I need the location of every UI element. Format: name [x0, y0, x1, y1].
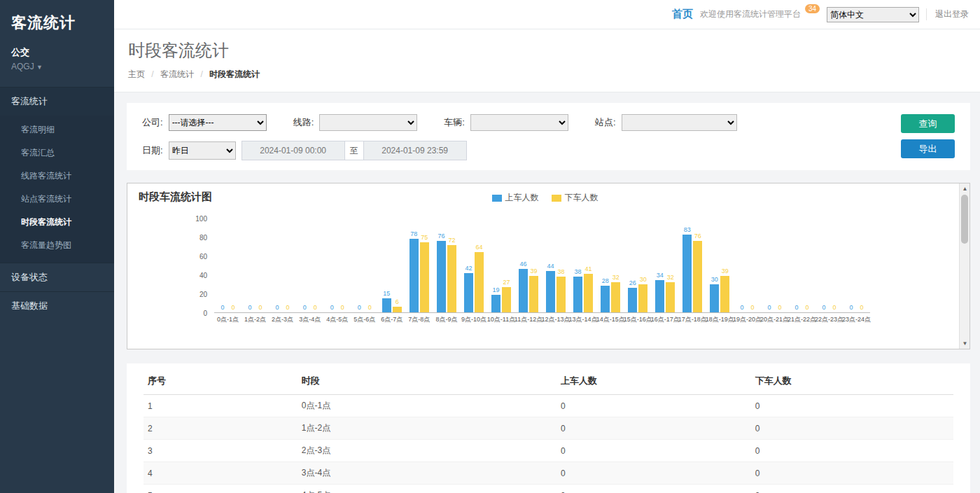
bar[interactable] [502, 287, 511, 312]
table-header-cell: 时段 [298, 368, 556, 395]
sidebar-item-period-stats[interactable]: 时段客流统计 [0, 211, 114, 234]
bar-group: 0019点-20点 [734, 218, 761, 312]
bar-group: 837617点-18点 [679, 218, 706, 312]
scroll-up-icon[interactable]: ▲ [960, 183, 970, 194]
bar-value-label: 0 [805, 304, 808, 312]
bar[interactable] [475, 252, 484, 312]
language-select[interactable]: 简体中文 [827, 7, 919, 22]
export-button[interactable]: 导出 [901, 139, 955, 158]
table-row: 32点-3点00 [144, 440, 953, 462]
bar[interactable] [382, 298, 391, 312]
bar[interactable] [519, 269, 528, 312]
category-label: 7点-8点 [408, 315, 430, 324]
legend-label: 上车人数 [505, 192, 539, 204]
bar-group: 283214点-15点 [597, 218, 624, 312]
category-label: 18点-19点 [706, 315, 734, 324]
sidebar-item-station-stats[interactable]: 站点客流统计 [0, 188, 114, 211]
bar[interactable] [556, 277, 566, 312]
bar-group: 005点-6点 [351, 218, 378, 312]
bar-value-label: 0 [276, 304, 279, 312]
bar-value-label: 0 [259, 304, 262, 312]
main-area: 首页 欢迎使用客流统计管理平台 34 简体中文 退出登录 时段客流统计 主页 /… [114, 0, 980, 493]
bar[interactable] [682, 235, 692, 312]
table-cell: 3点-4点 [298, 462, 556, 485]
bar-value-label: 0 [860, 304, 864, 312]
bar[interactable] [529, 276, 538, 312]
bar[interactable] [420, 242, 429, 313]
bar-group: 003点-4点 [296, 218, 323, 312]
company-select[interactable]: ---请选择--- [169, 114, 267, 131]
bar[interactable] [710, 284, 719, 312]
bar[interactable] [491, 295, 500, 312]
station-select[interactable] [622, 114, 737, 131]
legend-item[interactable]: 上车人数 [492, 192, 539, 204]
vehicle-filter: 车辆: [444, 114, 568, 131]
bar[interactable] [601, 286, 610, 312]
bar-value-label: 39 [722, 268, 729, 275]
org-block: 公交 AQGJ ▼ [0, 36, 114, 83]
chart-scrollbar[interactable]: ▲ ▼ [959, 183, 969, 349]
category-label: 5点-6点 [354, 315, 375, 324]
bar[interactable] [655, 280, 664, 312]
company-label: 公司: [142, 116, 163, 129]
category-label: 17点-18点 [678, 315, 707, 324]
logout-link[interactable]: 退出登录 [926, 8, 969, 20]
breadcrumb-home[interactable]: 主页 [128, 69, 145, 79]
table-cell: 0 [556, 395, 751, 417]
vehicle-select[interactable] [470, 114, 568, 131]
table-cell: 0点-1点 [298, 395, 556, 417]
bar-value-label: 39 [531, 268, 538, 275]
date-preset-select[interactable]: 昨日 [169, 141, 236, 160]
bar[interactable] [447, 245, 456, 312]
bar[interactable] [546, 271, 555, 312]
bar[interactable] [628, 288, 637, 312]
station-filter: 站点: [595, 114, 737, 131]
bar[interactable] [437, 241, 446, 312]
category-label: 4点-5点 [326, 315, 348, 324]
sidebar-item-passenger-detail[interactable]: 客流明细 [0, 118, 114, 141]
sidebar-submenu: 客流明细 客流汇总 线路客流统计 站点客流统计 时段客流统计 客流量趋势图 [0, 116, 114, 263]
sidebar-section-passenger-stats[interactable]: 客流统计 [0, 87, 114, 116]
home-link[interactable]: 首页 [672, 8, 693, 21]
bar[interactable] [393, 307, 402, 312]
sidebar-item-passenger-summary[interactable]: 客流汇总 [0, 141, 114, 165]
query-button[interactable]: 查询 [901, 114, 955, 133]
bar[interactable] [464, 273, 473, 312]
chart-panel: 时段车流统计图 上车人数下车人数 020406080100 000点-1点001… [127, 183, 970, 349]
bar[interactable] [611, 282, 620, 312]
bar[interactable] [573, 277, 582, 312]
category-label: 22点-23点 [815, 315, 844, 324]
sidebar-section-base-data[interactable]: 基础数据 [0, 291, 114, 320]
bar[interactable] [720, 276, 729, 312]
date-to-input[interactable] [363, 141, 467, 160]
bar[interactable] [584, 274, 593, 312]
bar-value-label: 41 [585, 265, 592, 273]
bar-value-label: 32 [667, 274, 674, 282]
table-cell: 2点-3点 [298, 440, 556, 462]
line-select[interactable] [319, 114, 417, 131]
category-label: 2点-3点 [272, 315, 293, 324]
sidebar-section-device-status[interactable]: 设备状态 [0, 263, 114, 291]
legend-item[interactable]: 下车人数 [552, 192, 598, 204]
category-label: 10点-11点 [487, 315, 515, 324]
notification-badge[interactable]: 34 [805, 4, 820, 13]
filter-buttons: 查询 导出 [901, 114, 955, 160]
table-row: 43点-4点00 [144, 462, 953, 485]
bar-value-label: 34 [657, 272, 664, 279]
bar[interactable] [693, 241, 702, 312]
bar[interactable] [666, 282, 675, 312]
sidebar-item-line-stats[interactable]: 线路客流统计 [0, 165, 114, 188]
company-filter: 公司: ---请选择--- [142, 114, 267, 131]
date-from-input[interactable] [241, 141, 345, 160]
breadcrumb-passenger-stats[interactable]: 客流统计 [160, 69, 194, 79]
table-header-row: 序号时段上车人数下车人数 [144, 368, 953, 395]
bar-value-label: 0 [740, 304, 743, 312]
bar-value-label: 0 [368, 304, 372, 312]
scroll-down-icon[interactable]: ▼ [960, 338, 970, 349]
scrollbar-thumb[interactable] [961, 195, 968, 244]
bar[interactable] [638, 284, 648, 312]
org-selector[interactable]: AQGJ ▼ [11, 62, 103, 71]
sidebar-item-trend-chart[interactable]: 客流量趋势图 [0, 234, 114, 257]
plot-area: 000点-1点001点-2点002点-3点003点-4点004点-5点005点-… [214, 218, 870, 313]
bar[interactable] [410, 239, 419, 312]
